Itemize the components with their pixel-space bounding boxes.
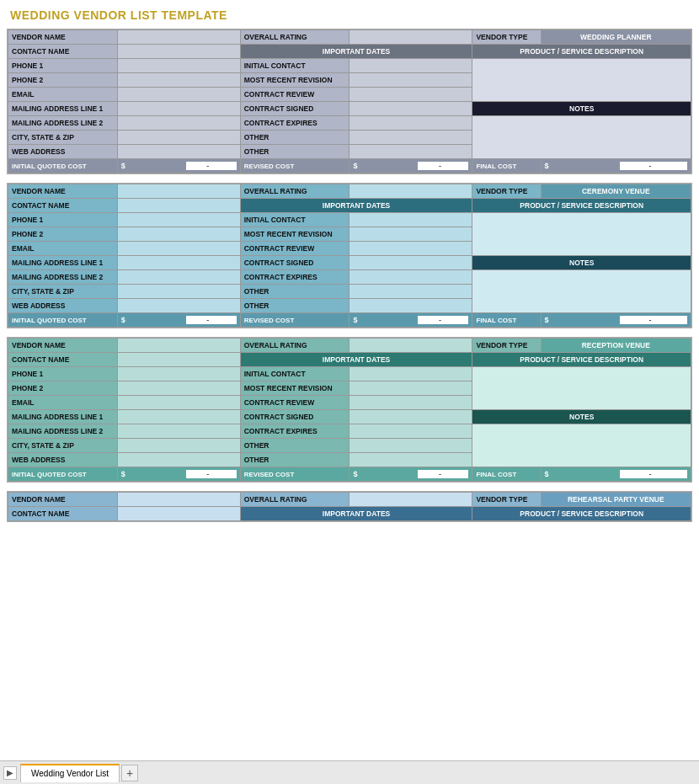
final-cost-value[interactable]: -	[620, 162, 687, 170]
vendor-name-label: VENDOR NAME	[8, 30, 118, 45]
vendor-type-value-3: RECEPTION VENUE	[541, 339, 691, 353]
tab-add-button[interactable]: +	[121, 765, 138, 781]
contact-name-label: CONTACT NAME	[8, 45, 118, 59]
vendor-table-reception-venue: VENDOR NAME OVERALL RATING VENDOR TYPE R…	[8, 338, 691, 482]
overall-rating-label-2: OVERALL RATING	[240, 184, 350, 199]
initial-cost-dollar-group: $ -	[117, 159, 240, 173]
product-service-label-3: PRODUCT / SERVICE DESCRIPTION	[472, 353, 691, 367]
contract-review-label: CONTRACT REVIEW	[240, 88, 350, 102]
dollar-sign-2: $	[353, 162, 357, 170]
most-recent-revision-value[interactable]	[350, 73, 472, 88]
product-service-label: PRODUCT / SERVICE DESCRIPTION	[472, 45, 691, 59]
important-dates-label-3: IMPORTANT DATES	[240, 353, 472, 367]
notes-value[interactable]	[472, 116, 691, 159]
vendor-name-value-2[interactable]	[117, 184, 240, 199]
phone2-value[interactable]	[117, 73, 240, 88]
phone1-label-3: PHONE 1	[8, 367, 118, 381]
city-state-zip-value[interactable]	[117, 131, 240, 145]
email-label-2: EMAIL	[8, 242, 118, 256]
vendor-block-ceremony-venue: VENDOR NAME OVERALL RATING VENDOR TYPE C…	[7, 183, 692, 328]
web-address-label-3: WEB ADDRESS	[8, 453, 118, 467]
contract-review-label-3: CONTRACT REVIEW	[240, 396, 350, 410]
phone1-label-2: PHONE 1	[8, 213, 118, 227]
overall-rating-label-3: OVERALL RATING	[240, 339, 350, 353]
other2-value[interactable]	[350, 145, 472, 159]
mailing-addr2-label: MAILING ADDRESS LINE 2	[8, 116, 118, 131]
vendor-name-label-4: VENDOR NAME	[8, 493, 118, 507]
mailing-addr2-label-2: MAILING ADDRESS LINE 2	[8, 270, 118, 285]
important-dates-label-2: IMPORTANT DATES	[240, 199, 472, 213]
notes-label: NOTES	[472, 102, 691, 116]
initial-contact-label: INITIAL CONTACT	[240, 59, 350, 73]
contract-review-value[interactable]	[350, 88, 472, 102]
tab-nav-prev[interactable]: ▶	[3, 766, 17, 780]
final-cost-label: FINAL COST	[472, 159, 541, 173]
vendor-type-value-4: REHEARSAL PARTY VENUE	[541, 493, 691, 507]
phone2-label-3: PHONE 2	[8, 381, 118, 396]
mailing-addr1-label-3: MAILING ADDRESS LINE 1	[8, 410, 118, 424]
phone1-value[interactable]	[117, 59, 240, 73]
contract-expires-label: CONTRACT EXPIRES	[240, 116, 350, 131]
contact-name-value[interactable]	[117, 45, 240, 59]
phone2-label-2: PHONE 2	[8, 227, 118, 242]
mailing-addr2-value[interactable]	[117, 116, 240, 131]
page-title: WEDDING VENDOR LIST TEMPLATE	[10, 8, 689, 22]
initial-cost-label-3: INITIAL QUOTED COST	[8, 467, 118, 482]
other2-label-2: OTHER	[240, 299, 350, 313]
final-cost-dollar-group: $ -	[541, 159, 691, 173]
overall-rating-label: OVERALL RATING	[240, 30, 350, 45]
phone1-label: PHONE 1	[8, 59, 118, 73]
initial-cost-label-2: INITIAL QUOTED COST	[8, 313, 118, 328]
tab-label: Wedding Vendor List	[31, 769, 109, 778]
other2-label-3: OTHER	[240, 453, 350, 467]
vendor-block-rehearsal-party: VENDOR NAME OVERALL RATING VENDOR TYPE R…	[7, 491, 692, 522]
web-address-label-2: WEB ADDRESS	[8, 299, 118, 313]
overall-rating-value[interactable]	[350, 30, 472, 45]
revised-cost-label: REVISED COST	[240, 159, 350, 173]
mailing-addr1-value[interactable]	[117, 102, 240, 116]
most-recent-revision-label-2: MOST RECENT REVISION	[240, 227, 350, 242]
email-value[interactable]	[117, 88, 240, 102]
other1-value[interactable]	[350, 131, 472, 145]
tab-bar: ▶ Wedding Vendor List +	[0, 760, 699, 784]
dollar-sign-1: $	[121, 162, 125, 170]
spreadsheet-container: WEDDING VENDOR LIST TEMPLATE VENDOR NAME…	[0, 0, 699, 784]
content-area[interactable]: VENDOR NAME OVERALL RATING VENDOR TYPE W…	[0, 29, 699, 760]
vendor-type-value-2: CEREMONY VENUE	[541, 184, 691, 199]
contact-name-value-2[interactable]	[117, 199, 240, 213]
contact-name-label-4: CONTACT NAME	[8, 507, 118, 521]
initial-contact-label-2: INITIAL CONTACT	[240, 213, 350, 227]
vendor-table-ceremony-venue: VENDOR NAME OVERALL RATING VENDOR TYPE C…	[8, 184, 691, 328]
vendor-block-reception-venue: VENDOR NAME OVERALL RATING VENDOR TYPE R…	[7, 337, 692, 483]
revised-cost-value[interactable]: -	[418, 162, 468, 170]
product-desc-value[interactable]	[472, 59, 691, 102]
vendor-type-label: VENDOR TYPE	[472, 30, 541, 45]
contract-review-label-2: CONTRACT REVIEW	[240, 242, 350, 256]
vendor-block-wedding-planner: VENDOR NAME OVERALL RATING VENDOR TYPE W…	[7, 29, 692, 174]
overall-rating-label-4: OVERALL RATING	[240, 493, 350, 507]
other1-label-2: OTHER	[240, 285, 350, 299]
contract-signed-label-3: CONTRACT SIGNED	[240, 410, 350, 424]
city-state-zip-label-2: CITY, STATE & ZIP	[8, 285, 118, 299]
most-recent-revision-label: MOST RECENT REVISION	[240, 73, 350, 88]
vendor-table-wedding-planner: VENDOR NAME OVERALL RATING VENDOR TYPE W…	[8, 29, 691, 173]
other2-label: OTHER	[240, 145, 350, 159]
web-address-value[interactable]	[117, 145, 240, 159]
overall-rating-value-2[interactable]	[350, 184, 472, 199]
vendor-name-value[interactable]	[117, 30, 240, 45]
other1-label: OTHER	[240, 131, 350, 145]
initial-cost-label: INITIAL QUOTED COST	[8, 159, 118, 173]
city-state-zip-label: CITY, STATE & ZIP	[8, 131, 118, 145]
contract-signed-label-2: CONTRACT SIGNED	[240, 256, 350, 270]
contract-expires-label-3: CONTRACT EXPIRES	[240, 424, 350, 439]
contract-signed-value[interactable]	[350, 102, 472, 116]
tab-wedding-vendor-list[interactable]: Wedding Vendor List	[20, 764, 120, 782]
vendor-name-label-2: VENDOR NAME	[8, 184, 118, 199]
revised-cost-label-3: REVISED COST	[240, 467, 350, 482]
vendor-type-value: WEDDING PLANNER	[541, 30, 691, 45]
product-service-label-4: PRODUCT / SERVICE DESCRIPTION	[472, 507, 691, 521]
initial-contact-value[interactable]	[350, 59, 472, 73]
initial-cost-value[interactable]: -	[186, 162, 237, 170]
contract-expires-value[interactable]	[350, 116, 472, 131]
revised-cost-dollar-group: $ -	[350, 159, 472, 173]
